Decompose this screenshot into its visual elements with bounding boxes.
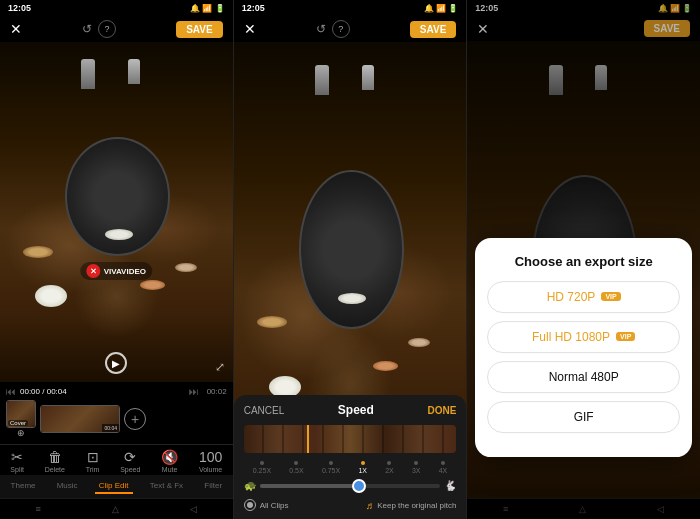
panel-speed: 12:05 🔔 📶 🔋 ✕ ↺ ? SAVE	[234, 0, 468, 519]
save-button-1[interactable]: SAVE	[176, 21, 223, 38]
export-720p-vip-badge: VIP	[601, 292, 620, 301]
undo-icon-1[interactable]: ↺	[82, 22, 92, 36]
status-bar-2: 12:05 🔔 📶 🔋	[234, 0, 467, 16]
speed-options: All Clips ♬ Keep the original pitch	[244, 499, 457, 511]
speed-done-button[interactable]: DONE	[427, 405, 456, 416]
tick-label-3x: 3X	[412, 467, 421, 474]
volume-icon: 100	[199, 449, 222, 465]
tick-label-075: 0.75X	[322, 467, 340, 474]
status-time-2: 12:05	[242, 3, 265, 13]
speed-tick-1x: 1X	[358, 461, 367, 474]
cover-icon: ⊕	[17, 428, 25, 438]
export-option-gif[interactable]: GIF	[487, 401, 680, 433]
nav-home-1[interactable]: △	[104, 502, 127, 516]
all-clips-option[interactable]: All Clips	[244, 499, 289, 511]
speed-slider-row: 🐢 🐇	[244, 480, 457, 491]
tool-speed[interactable]: ⟳ Speed	[120, 449, 140, 473]
tick-dot-2x	[387, 461, 391, 465]
add-clip-button[interactable]: +	[124, 408, 146, 430]
status-bar-1: 12:05 🔔 📶 🔋	[0, 0, 233, 16]
tool-mute[interactable]: 🔇 Mute	[161, 449, 178, 473]
filmstrip-marker[interactable]	[307, 425, 309, 453]
pitch-label: Keep the original pitch	[377, 501, 456, 510]
nav-back-1[interactable]: ◁	[182, 502, 205, 516]
tool-volume[interactable]: 100 Volume	[199, 449, 222, 473]
tick-label-4x: 4X	[439, 467, 448, 474]
top-bar-mid-1: ↺ ?	[82, 20, 116, 38]
expand-icon-1[interactable]: ⤢	[215, 360, 225, 374]
export-480p-label: Normal 480P	[549, 370, 619, 384]
pitch-option[interactable]: ♬ Keep the original pitch	[366, 500, 457, 511]
slow-icon: 🐢	[244, 480, 256, 491]
food-bowl-3	[140, 280, 165, 290]
close-icon-2[interactable]: ✕	[244, 21, 256, 37]
food-bowl-4	[175, 263, 197, 272]
delete-icon: 🗑	[48, 449, 62, 465]
undo-icon-2[interactable]: ↺	[316, 22, 326, 36]
tab-filter[interactable]: Filter	[200, 479, 226, 494]
timeline-area-1: ⏮ 00:00 / 00:04 ⏭ 00:02 Cover ⊕ 00:04 +	[0, 382, 233, 444]
export-option-480p[interactable]: Normal 480P	[487, 361, 680, 393]
mute-icon: 🔇	[161, 449, 178, 465]
export-modal-title: Choose an export size	[487, 254, 680, 269]
tool-trim[interactable]: ⊡ Trim	[86, 449, 100, 473]
viva-x-icon: ✕	[87, 264, 101, 278]
fast-icon: 🐇	[444, 480, 456, 491]
tab-text-fx[interactable]: Text & Fx	[146, 479, 187, 494]
tick-label-2x: 2X	[385, 467, 394, 474]
pot-tall-2	[128, 59, 140, 84]
end-time-1: 00:02	[207, 387, 227, 396]
export-gif-label: GIF	[574, 410, 594, 424]
export-option-720p[interactable]: HD 720P VIP	[487, 281, 680, 313]
speed-title: Speed	[338, 403, 374, 417]
clip-thumb-main[interactable]: 00:04	[40, 405, 120, 433]
speed-header: CANCEL Speed DONE	[244, 403, 457, 417]
bottom-toolbar-1: ✂ Split 🗑 Delete ⊡ Trim ⟳ Speed 🔇 Mute 1…	[0, 444, 233, 475]
help-icon-2[interactable]: ?	[332, 20, 350, 38]
tab-theme[interactable]: Theme	[7, 479, 40, 494]
delete-label: Delete	[45, 466, 65, 473]
speed-tick-2x: 2X	[385, 461, 394, 474]
pot-tall-1	[81, 59, 95, 89]
tick-dot-05	[294, 461, 298, 465]
video-thumb-1: ✕ VIVAVIDEO	[0, 42, 233, 382]
tab-music[interactable]: Music	[53, 479, 82, 494]
nav-menu-1[interactable]: ≡	[28, 502, 49, 516]
bottom-nav-1: ≡ △ ◁	[0, 498, 233, 519]
tick-dot-075	[329, 461, 333, 465]
export-1080p-label: Full HD 1080P	[532, 330, 610, 344]
tab-clip-edit[interactable]: Clip Edit	[95, 479, 133, 494]
trim-label: Trim	[86, 466, 100, 473]
timeline-fwd-icon[interactable]: ⏭	[189, 386, 199, 397]
food-bowl-5	[257, 316, 287, 328]
vivavideo-badge: ✕ VIVAVIDEO	[81, 262, 152, 280]
export-option-1080p[interactable]: Full HD 1080P VIP	[487, 321, 680, 353]
close-icon-1[interactable]: ✕	[10, 21, 22, 37]
speed-icon: ⟳	[124, 449, 136, 465]
play-button-1[interactable]: ▶	[105, 352, 127, 374]
speed-slider-thumb[interactable]	[352, 479, 366, 493]
speed-tick-075: 0.75X	[322, 461, 340, 474]
tool-delete[interactable]: 🗑 Delete	[45, 449, 65, 473]
speed-tick-025: 0.25X	[253, 461, 271, 474]
pot-tall-4	[362, 65, 374, 90]
tick-dot-3x	[414, 461, 418, 465]
timeline-back-icon[interactable]: ⏮	[6, 386, 16, 397]
speed-tick-3x: 3X	[412, 461, 421, 474]
tool-split[interactable]: ✂ Split	[10, 449, 24, 473]
speed-ticks: 0.25X 0.5X 0.75X 1X 2X	[244, 461, 457, 474]
help-icon-1[interactable]: ?	[98, 20, 116, 38]
pitch-icon: ♬	[366, 500, 374, 511]
clip-thumb-cover[interactable]: Cover	[6, 400, 36, 428]
vivavideo-text: VIVAVIDEO	[104, 267, 146, 276]
speed-cancel-button[interactable]: CANCEL	[244, 405, 285, 416]
cover-clip: Cover ⊕	[6, 400, 36, 438]
save-button-2[interactable]: SAVE	[410, 21, 457, 38]
status-icons-2: 🔔 📶 🔋	[424, 4, 458, 13]
white-rice-1	[35, 285, 67, 307]
speed-slider-track[interactable]	[260, 484, 441, 488]
tick-label-1x: 1X	[358, 467, 367, 474]
all-clips-radio[interactable]	[244, 499, 256, 511]
speed-tick-4x: 4X	[439, 461, 448, 474]
panel-export: 12:05 🔔 📶 🔋 ✕ SAVE Choo	[467, 0, 700, 519]
